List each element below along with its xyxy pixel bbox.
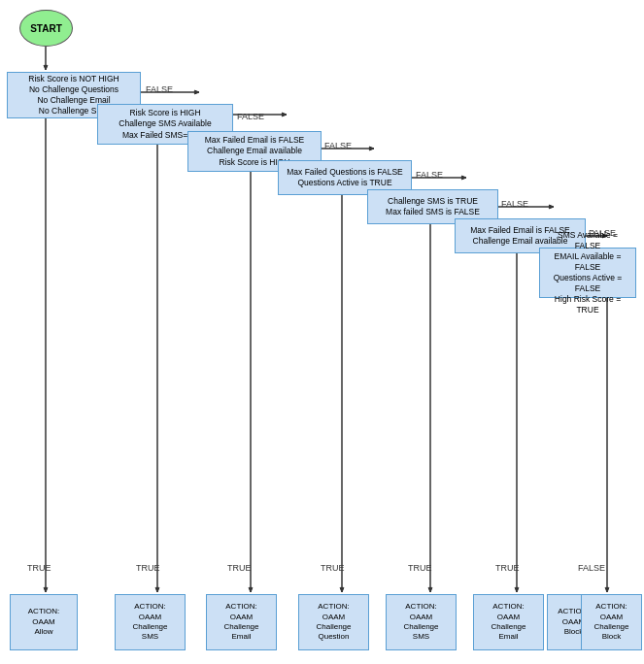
- action-node-4: ACTION:OAAMChallengeQuestion: [298, 594, 369, 650]
- true-label-2: TRUE: [136, 563, 160, 573]
- edge-label-false1: FALSE: [146, 84, 173, 94]
- n5-label: Challenge SMS is TRUEMax failed SMS is F…: [386, 196, 480, 217]
- start-node: START: [19, 10, 73, 47]
- a3-label: ACTION:OAAMChallengeEmail: [223, 602, 258, 643]
- action-node-8: ACTION:OAAMChallengeBlock: [581, 594, 642, 650]
- a8-label: ACTION:OAAMChallengeBlock: [593, 602, 628, 643]
- svg-marker-17: [461, 176, 466, 180]
- edge-label-false3: FALSE: [324, 141, 352, 150]
- a5-label: ACTION:OAAMChallengeSMS: [403, 602, 438, 643]
- condition-node-7: SMS Available = FALSEEMAIL Available = F…: [539, 248, 636, 298]
- true-label-5: TRUE: [408, 563, 432, 573]
- svg-marker-36: [428, 587, 432, 592]
- true-label-1: TRUE: [27, 563, 51, 573]
- flowchart-diagram: START Risk Score is NOT HIGHNo Challenge…: [0, 0, 644, 664]
- svg-marker-32: [249, 587, 253, 592]
- false-label-bottom: FALSE: [578, 563, 605, 573]
- a2-label: ACTION:OAAMChallengeSMS: [132, 602, 167, 643]
- action-node-6: ACTION:OAAMChallengeEmail: [473, 594, 544, 650]
- start-label: START: [30, 23, 62, 34]
- n7-label: SMS Available = FALSEEMAIL Available = F…: [545, 230, 630, 315]
- svg-marker-13: [369, 147, 374, 150]
- true-label-3: TRUE: [227, 563, 252, 573]
- a1-label: ACTION:OAAMAllow: [28, 607, 59, 637]
- true-label-6: TRUE: [495, 563, 520, 573]
- svg-marker-9: [282, 113, 287, 116]
- svg-marker-21: [549, 205, 554, 209]
- svg-marker-34: [340, 587, 344, 592]
- a6-label: ACTION:OAAMChallengeEmail: [491, 602, 525, 643]
- true-label-4: TRUE: [321, 563, 345, 573]
- edge-label-false5: FALSE: [501, 199, 528, 209]
- svg-marker-5: [194, 90, 199, 94]
- action-node-2: ACTION:OAAMChallengeSMS: [115, 594, 186, 650]
- action-node-1: ACTION:OAAMAllow: [10, 594, 78, 650]
- edge-label-false4: FALSE: [416, 170, 443, 180]
- edge-label-false2: FALSE: [237, 112, 264, 121]
- n4-label: Max Failed Questions is FALSEQuestions A…: [287, 167, 403, 188]
- svg-marker-28: [44, 587, 48, 592]
- svg-marker-30: [155, 587, 159, 592]
- svg-marker-1: [44, 65, 48, 70]
- a4-label: ACTION:OAAMChallengeQuestion: [316, 602, 351, 643]
- action-node-5: ACTION:OAAMChallengeSMS: [386, 594, 457, 650]
- action-node-3: ACTION:OAAMChallengeEmail: [206, 594, 277, 650]
- svg-marker-38: [515, 587, 519, 592]
- svg-marker-40: [605, 587, 609, 592]
